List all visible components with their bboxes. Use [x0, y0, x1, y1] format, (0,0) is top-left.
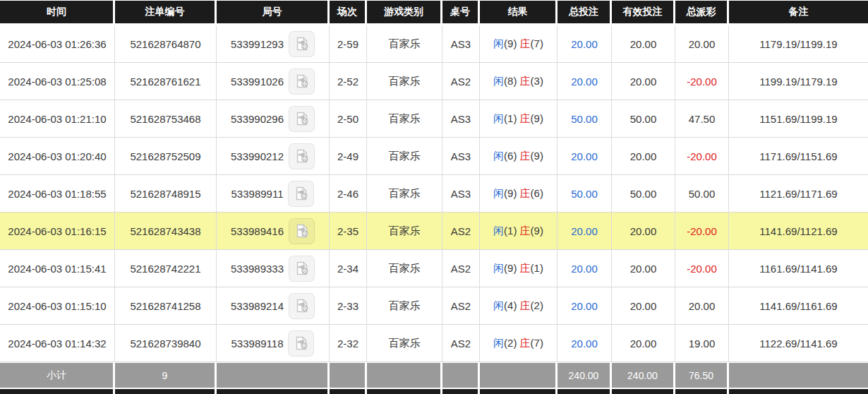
col-header-session: 场次 — [330, 0, 367, 25]
video-replay-button[interactable] — [289, 143, 315, 169]
banker-score: (7) — [531, 337, 543, 349]
table-no-cell: AS2 — [442, 287, 480, 325]
payout-cell: 19.00 — [675, 325, 729, 362]
round-no-value: 533989416 — [231, 225, 284, 237]
video-file-icon — [294, 148, 310, 164]
remark-cell: 1122.69/1141.69 — [729, 325, 868, 362]
payout-cell: 20.00 — [675, 25, 729, 63]
result-cell: 闲(8) 庄(3) — [480, 63, 557, 100]
video-file-icon — [294, 186, 309, 201]
banker-label: 庄 — [520, 75, 531, 87]
col-header-bet-no: 注单编号 — [115, 0, 217, 25]
session-cell: 2-32 — [330, 325, 367, 362]
subtotal-row: 小计 9 240.00 240.00 76.50 — [0, 362, 868, 388]
table-row[interactable]: 2024-06-03 01:16:15521628743438533989416… — [0, 213, 868, 250]
video-replay-button[interactable] — [289, 293, 315, 319]
player-label: 闲 — [493, 150, 504, 162]
player-score: (1) — [504, 225, 517, 237]
table-row[interactable]: 2024-06-03 01:14:32521628739840533989118… — [0, 325, 868, 362]
round-no-wrap: 533990296 — [219, 106, 326, 132]
banker-label: 庄 — [520, 37, 531, 49]
table-row[interactable]: 2024-06-03 01:20:40521628752509533990212… — [0, 138, 868, 175]
table-row[interactable]: 2024-06-03 01:25:08521628761621533991026… — [0, 63, 868, 100]
subtotal-label: 小计 — [0, 362, 115, 388]
table-row[interactable]: 2024-06-03 01:15:41521628742221533989333… — [0, 250, 868, 287]
total-bet-cell: 20.00 — [557, 287, 612, 325]
table-no-cell: AS3 — [442, 25, 480, 63]
table-row[interactable]: 2024-06-03 01:18:55521628748915533989911… — [0, 175, 868, 213]
player-score: (6) — [504, 150, 517, 162]
video-replay-button[interactable] — [289, 68, 315, 95]
subtotal-empty — [729, 362, 868, 388]
player-score: (4) — [504, 299, 517, 311]
records-body: 2024-06-03 01:26:36521628764870533991293… — [0, 25, 868, 362]
result-cell: 闲(1) 庄(9) — [480, 100, 557, 138]
video-replay-button[interactable] — [289, 31, 315, 57]
total-bet-cell: 20.00 — [557, 138, 612, 175]
valid-bet-cell: 20.00 — [612, 138, 675, 175]
table-row[interactable]: 2024-06-03 01:26:36521628764870533991293… — [0, 25, 868, 63]
player-label: 闲 — [493, 75, 504, 87]
col-header-remark: 备注 — [729, 0, 868, 25]
table-row[interactable]: 2024-06-03 01:15:10521628741258533989214… — [0, 287, 868, 325]
table-no-cell: AS2 — [442, 213, 480, 250]
round-no-wrap: 533989333 — [219, 256, 326, 282]
remark-cell: 1141.69/1121.69 — [729, 213, 868, 250]
bet-records-table: 时间 注单编号 局号 场次 游戏类别 桌号 结果 总投注 有效投注 总派彩 备注… — [0, 0, 868, 394]
round-no-cell: 533991026 — [217, 63, 330, 100]
payout-cell: -20.00 — [675, 250, 729, 287]
banker-score: (1) — [531, 262, 543, 274]
payout-cell: -20.00 — [675, 213, 729, 250]
banker-score: (3) — [531, 75, 543, 87]
table-row[interactable]: 2024-06-03 01:21:10521628753468533990296… — [0, 100, 868, 138]
player-label: 闲 — [493, 225, 504, 237]
subtotal-valid-bet: 240.00 — [612, 362, 675, 388]
video-replay-button[interactable] — [288, 330, 314, 357]
bet-no-cell: 521628739840 — [115, 325, 217, 362]
table-header: 时间 注单编号 局号 场次 游戏类别 桌号 结果 总投注 有效投注 总派彩 备注 — [0, 0, 868, 25]
game-type-cell: 百家乐 — [367, 287, 442, 325]
round-no-wrap: 533990212 — [219, 143, 326, 169]
video-replay-button[interactable] — [289, 256, 315, 282]
round-no-cell: 533989118 — [217, 325, 330, 362]
game-type-cell: 百家乐 — [367, 138, 442, 175]
player-score: (1) — [504, 112, 517, 124]
valid-bet-cell: 20.00 — [612, 287, 675, 325]
col-header-time: 时间 — [0, 0, 115, 25]
round-no-cell: 533989333 — [217, 250, 330, 287]
player-label: 闲 — [493, 262, 504, 274]
total-bet-cell: 20.00 — [557, 213, 612, 250]
round-no-cell: 533990296 — [217, 100, 330, 138]
time-cell: 2024-06-03 01:15:10 — [0, 287, 115, 325]
player-label: 闲 — [493, 37, 504, 49]
banker-label: 庄 — [520, 262, 531, 274]
player-label: 闲 — [493, 299, 504, 311]
bet-no-cell: 521628741258 — [115, 287, 217, 325]
banker-label: 庄 — [520, 337, 531, 349]
remark-cell: 1199.19/1179.19 — [729, 63, 868, 100]
round-no-cell: 533990212 — [217, 138, 330, 175]
valid-bet-cell: 50.00 — [612, 100, 675, 138]
col-header-result: 结果 — [480, 0, 557, 25]
video-replay-button[interactable] — [288, 181, 314, 207]
table-no-cell: AS3 — [442, 100, 480, 138]
banker-score: (7) — [531, 37, 543, 49]
table-no-cell: AS3 — [442, 175, 480, 213]
result-cell: 闲(1) 庄(9) — [480, 213, 557, 250]
round-no-value: 533989333 — [231, 263, 284, 275]
bet-no-cell: 521628761621 — [115, 63, 217, 100]
total-bet-cell: 50.00 — [557, 100, 612, 138]
time-cell: 2024-06-03 01:16:15 — [0, 213, 115, 250]
result-cell: 闲(9) 庄(7) — [480, 25, 557, 63]
video-replay-button[interactable] — [289, 218, 315, 244]
video-replay-button[interactable] — [289, 106, 315, 132]
game-type-cell: 百家乐 — [367, 100, 442, 138]
round-no-value: 533991026 — [231, 76, 284, 88]
round-no-wrap: 533989118 — [219, 330, 326, 357]
round-no-cell: 533991293 — [217, 25, 330, 63]
payout-cell: 50.00 — [675, 175, 729, 213]
player-label: 闲 — [493, 112, 504, 124]
session-cell: 2-49 — [330, 138, 367, 175]
game-type-cell: 百家乐 — [367, 63, 442, 100]
remark-cell: 1161.69/1141.69 — [729, 250, 868, 287]
